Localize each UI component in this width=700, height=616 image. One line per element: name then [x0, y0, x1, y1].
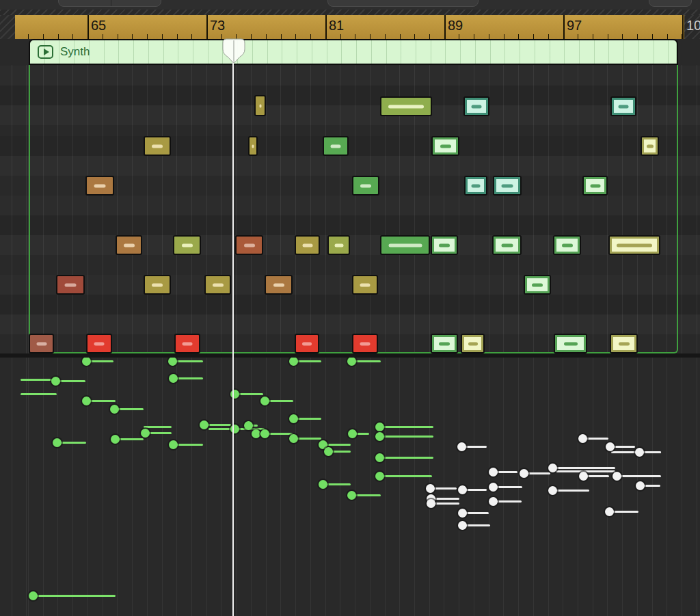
- note-event-green[interactable]: [260, 397, 269, 405]
- midi-note[interactable]: [463, 96, 489, 116]
- note-event-green[interactable]: [252, 429, 260, 438]
- note-event-green[interactable]: [169, 440, 178, 449]
- toolbar-button-stub[interactable]: [327, 0, 479, 7]
- note-event-green[interactable]: [82, 397, 91, 405]
- note-event-green[interactable]: [51, 377, 60, 386]
- note-event-white[interactable]: [458, 509, 467, 518]
- ruler-gold-band[interactable]: [15, 15, 684, 39]
- midi-note[interactable]: [461, 334, 485, 353]
- midi-note[interactable]: [610, 334, 638, 353]
- note-event-green[interactable]: [289, 357, 298, 366]
- note-event-white[interactable]: [606, 442, 615, 451]
- midi-note[interactable]: [86, 334, 112, 353]
- midi-note[interactable]: [431, 136, 459, 156]
- note-event-white[interactable]: [426, 484, 435, 493]
- note-event-green[interactable]: [29, 591, 38, 600]
- note-event-green[interactable]: [82, 357, 91, 366]
- note-event-white[interactable]: [548, 464, 557, 472]
- note-event-green[interactable]: [348, 429, 357, 438]
- note-event-white[interactable]: [458, 521, 467, 530]
- note-event-white[interactable]: [457, 442, 466, 451]
- midi-note[interactable]: [554, 334, 587, 353]
- note-event-green[interactable]: [111, 435, 120, 444]
- note-event-green[interactable]: [230, 425, 239, 433]
- note-event-green[interactable]: [110, 405, 119, 414]
- midi-note[interactable]: [235, 235, 263, 255]
- midi-note[interactable]: [144, 136, 171, 156]
- midi-note[interactable]: [431, 334, 458, 353]
- midi-note[interactable]: [295, 235, 320, 255]
- note-event-white[interactable]: [489, 483, 498, 492]
- note-event-green[interactable]: [169, 374, 178, 383]
- note-event-green[interactable]: [260, 429, 269, 438]
- midi-note[interactable]: [174, 334, 200, 353]
- note-event-green[interactable]: [289, 414, 298, 423]
- midi-note[interactable]: [323, 136, 349, 156]
- pane-divider[interactable]: [0, 353, 700, 358]
- note-event-white[interactable]: [635, 448, 644, 457]
- note-event-green[interactable]: [230, 390, 239, 399]
- note-event-green[interactable]: [141, 429, 150, 438]
- note-event-white[interactable]: [548, 486, 557, 495]
- midi-note[interactable]: [85, 176, 114, 196]
- midi-note[interactable]: [56, 275, 85, 295]
- note-event-green[interactable]: [375, 453, 384, 462]
- region-header[interactable]: Synth: [29, 39, 678, 65]
- toolbar-button-stub[interactable]: [58, 0, 161, 7]
- midi-note[interactable]: [380, 235, 430, 255]
- midi-note[interactable]: [431, 235, 458, 255]
- midi-note[interactable]: [582, 176, 608, 196]
- note-event-white[interactable]: [520, 469, 528, 478]
- midi-note[interactable]: [248, 136, 258, 156]
- region-play-button[interactable]: [38, 45, 53, 59]
- note-event-green[interactable]: [319, 480, 327, 489]
- midi-note[interactable]: [641, 136, 659, 156]
- bar-ruler[interactable]: 10 6573818997: [0, 15, 700, 39]
- midi-note[interactable]: [265, 275, 293, 295]
- note-event-green[interactable]: [375, 423, 384, 431]
- note-event-green[interactable]: [375, 432, 384, 441]
- note-event-green[interactable]: [347, 357, 356, 366]
- note-event-white[interactable]: [427, 499, 435, 508]
- note-event-white[interactable]: [458, 485, 467, 494]
- midi-note[interactable]: [144, 275, 171, 295]
- note-event-green[interactable]: [324, 447, 333, 456]
- midi-note[interactable]: [352, 275, 378, 295]
- note-event-green[interactable]: [347, 491, 356, 500]
- midi-note[interactable]: [493, 176, 522, 196]
- note-event-white[interactable]: [489, 497, 498, 506]
- note-event-white[interactable]: [579, 472, 588, 481]
- midi-note[interactable]: [352, 334, 378, 353]
- note-event-white[interactable]: [578, 434, 587, 443]
- note-event-green[interactable]: [168, 357, 177, 366]
- midi-note[interactable]: [327, 235, 350, 255]
- midi-note[interactable]: [204, 275, 231, 295]
- midi-note[interactable]: [608, 235, 660, 255]
- note-event-white[interactable]: [612, 472, 621, 481]
- playhead[interactable]: [232, 40, 234, 616]
- note-event-green[interactable]: [200, 420, 208, 429]
- note-event-green[interactable]: [244, 421, 253, 430]
- note-event-white[interactable]: [605, 507, 614, 516]
- piano-roll-lower-grid[interactable]: [0, 358, 700, 616]
- piano-roll-upper-grid[interactable]: [0, 65, 700, 353]
- note-event-green[interactable]: [53, 438, 62, 447]
- note-event-green[interactable]: [375, 472, 384, 481]
- midi-note[interactable]: [116, 235, 142, 255]
- note-event-white[interactable]: [489, 468, 498, 477]
- playhead-pin-icon[interactable]: [221, 38, 246, 66]
- midi-note[interactable]: [29, 334, 54, 353]
- note-event-green[interactable]: [289, 434, 298, 443]
- midi-note[interactable]: [553, 235, 581, 255]
- midi-note[interactable]: [352, 176, 379, 196]
- note-event-white[interactable]: [636, 481, 645, 490]
- midi-note[interactable]: [173, 235, 201, 255]
- midi-note[interactable]: [254, 95, 266, 116]
- midi-note[interactable]: [524, 275, 551, 295]
- midi-note[interactable]: [295, 334, 319, 353]
- midi-note[interactable]: [464, 176, 487, 196]
- toolbar-button-stub[interactable]: [649, 0, 692, 7]
- midi-note[interactable]: [610, 96, 636, 116]
- midi-note[interactable]: [380, 96, 432, 116]
- midi-note[interactable]: [492, 235, 522, 255]
